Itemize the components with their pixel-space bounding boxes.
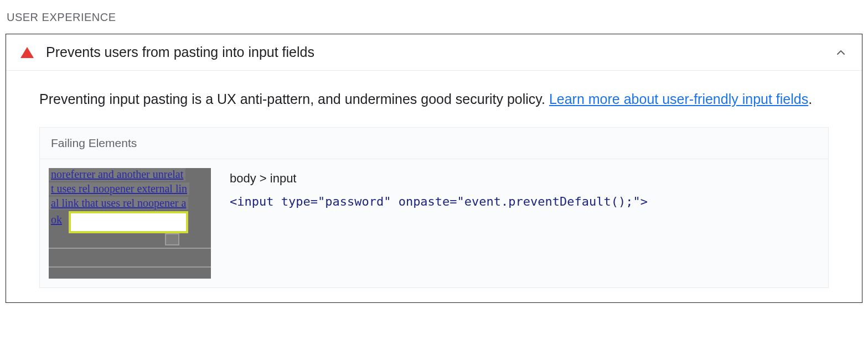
thumbnail-text-ok: ok: [49, 213, 69, 226]
element-thumbnail[interactable]: noreferrer and another unrelat t uses re…: [49, 168, 211, 279]
audit-body: Preventing input pasting is a UX anti-pa…: [6, 71, 862, 302]
audit-description-suffix: .: [808, 91, 812, 107]
section-title: USER EXPERIENCE: [7, 11, 862, 24]
thumbnail-text-line: noreferrer and another unrelat: [49, 168, 185, 181]
thumbnail-highlight-box: [69, 211, 188, 233]
audit-description: Preventing input pasting is a UX anti-pa…: [39, 86, 829, 112]
failing-element-row: noreferrer and another unrelat t uses re…: [40, 159, 828, 287]
audit-title: Prevents users from pasting into input f…: [46, 44, 834, 60]
warning-triangle-icon: [20, 47, 34, 58]
failing-elements-box: Failing Elements noreferrer and another …: [39, 127, 829, 288]
thumbnail-broken-image-icon: [165, 233, 179, 245]
thumbnail-text-line: t uses rel noopener external lin: [49, 182, 189, 195]
audit-header[interactable]: Prevents users from pasting into input f…: [6, 34, 862, 71]
failing-element-info: body > input <input type="password" onpa…: [211, 168, 819, 279]
element-selector: body > input: [230, 171, 819, 186]
thumbnail-divider: [49, 248, 211, 249]
audit-card: Prevents users from pasting into input f…: [6, 34, 862, 303]
thumbnail-text-line: al link that uses rel noopener a: [49, 197, 188, 210]
element-snippet: <input type="password" onpaste="event.pr…: [230, 193, 819, 211]
learn-more-link[interactable]: Learn more about user-friendly input fie…: [549, 91, 808, 107]
thumbnail-divider: [49, 266, 211, 268]
failing-elements-header: Failing Elements: [40, 128, 828, 159]
audit-description-text: Preventing input pasting is a UX anti-pa…: [39, 91, 549, 107]
chevron-up-icon[interactable]: [834, 46, 848, 59]
